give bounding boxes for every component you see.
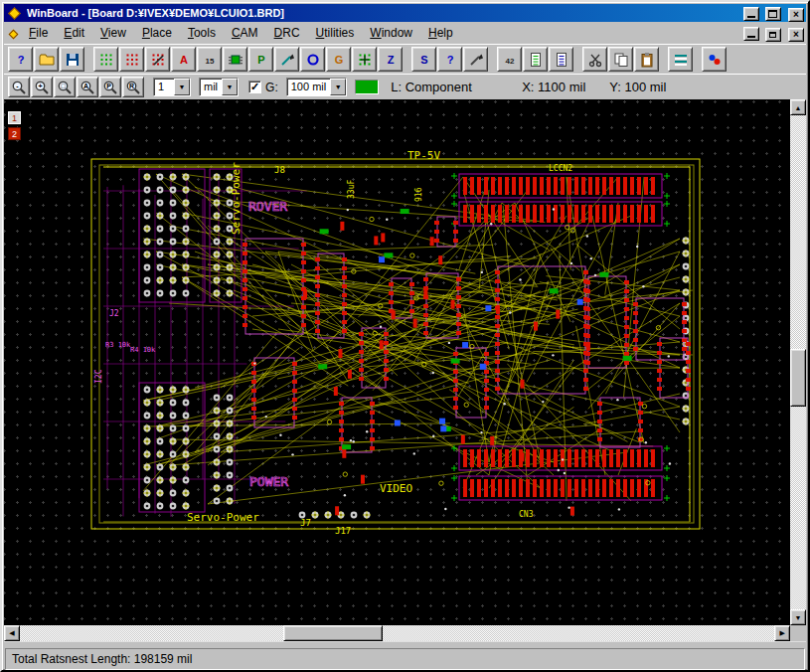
zoom-all-button[interactable]: A [77,77,98,97]
zoom-previous-button[interactable]: P [99,77,121,97]
grid-color-swatch[interactable] [355,80,379,94]
maximize-button[interactable] [765,7,781,21]
mdi-caption-buttons: × [742,24,804,42]
menu-cam[interactable]: CAM [224,23,266,43]
units-select[interactable]: mil ▼ [199,78,239,96]
glue-tool-button[interactable]: G [326,47,351,72]
board-canvas[interactable]: Servo-PowerJ8ROVERTP-5V33uF916LCCN2POWER… [4,99,794,625]
document-system-icon[interactable] [6,24,21,42]
menu-bar: FileEditViewPlaceToolsCAMDRCUtilitiesWin… [4,22,806,44]
query-button[interactable]: ? [437,47,462,72]
measure-button[interactable] [463,47,488,72]
netlist-icon [554,52,569,68]
menu-edit[interactable]: Edit [56,23,92,43]
menu-view[interactable]: View [92,23,134,43]
horizontal-scroll-track[interactable] [20,625,774,641]
route-smooth-icon: S [416,52,432,68]
place-via-icon [305,52,321,68]
grid-size-select[interactable]: 100 mil ▼ [286,78,347,96]
draw-wire-button[interactable] [274,47,299,72]
paste-button[interactable] [634,47,659,72]
scroll-up-button[interactable]: ▲ [790,99,806,115]
svg-text:42: 42 [505,57,514,66]
sheet-tab-2[interactable]: 2 [8,127,21,140]
menu-help[interactable]: Help [420,23,461,43]
board-label: J7 [300,518,311,528]
svg-text:A: A [83,83,88,89]
menu-place[interactable]: Place [134,23,180,43]
board-label: J17 [335,526,351,536]
help-button[interactable]: ? [8,47,33,72]
svg-text:Z: Z [387,54,394,66]
zoom-in-button[interactable]: + [31,77,53,97]
chevron-down-icon[interactable]: ▼ [330,79,346,95]
menu-drc[interactable]: DRC [266,23,308,43]
minimize-icon [747,16,755,18]
close-button[interactable]: × [788,8,804,22]
active-layer-label: L: Component [391,80,512,94]
horizontal-scroll-thumb[interactable] [283,625,383,641]
zoom-scale-select[interactable]: 1 ▼ [153,78,191,96]
menu-tools[interactable]: Tools [180,23,224,43]
zoom-out-button[interactable]: - [8,77,30,97]
scrollbar-corner [790,625,806,641]
menu-utilities[interactable]: Utilities [308,23,363,43]
vertical-scroll-track[interactable] [790,115,806,609]
zoom-out-icon: - [11,80,27,95]
copy-button[interactable] [608,47,633,72]
save-button[interactable] [60,47,84,72]
chevron-down-icon[interactable]: ▼ [222,79,238,95]
colors-button[interactable] [702,47,727,72]
netlist-button[interactable] [549,47,573,72]
mdi-minimize-button[interactable] [743,27,759,41]
place-component-button[interactable] [223,47,247,72]
mdi-restore-button[interactable] [765,28,781,42]
scroll-right-button[interactable]: ▶ [774,625,790,641]
mdi-restore-icon [769,32,776,38]
calculator-button[interactable]: 42 [497,47,522,72]
menu-window[interactable]: Window [362,23,420,43]
zoom-previous-icon: P [102,80,118,95]
place-pin-button[interactable]: P [248,47,273,72]
zoom-redraw-button[interactable]: R [122,77,144,97]
horizontal-scrollbar-row: ◀ ▶ [4,625,806,641]
zoom-window-icon: □ [57,80,73,95]
scroll-down-button[interactable]: ▼ [790,609,806,625]
board-label: 33uF [347,180,356,199]
report-icon [528,52,544,68]
horizontal-scrollbar[interactable]: ◀ ▶ [4,625,790,641]
add-grid-button[interactable] [352,47,377,72]
route-zigzag-button[interactable]: Z [378,47,403,72]
grid-edit-button[interactable] [145,47,170,72]
svg-text:?: ? [17,54,24,66]
open-button[interactable] [34,47,59,72]
zoom-window-button[interactable]: □ [54,77,76,97]
copy-icon [613,52,629,68]
chevron-down-icon[interactable]: ▼ [174,79,190,95]
cut-button[interactable] [582,47,607,72]
sheet-tab-1[interactable]: 1 [8,111,21,124]
grid-dots-button[interactable] [93,47,118,72]
caption-buttons: × [742,4,804,22]
add-grid-icon [357,52,373,68]
minimize-button[interactable] [743,7,759,21]
layer-stack-button[interactable] [668,47,693,72]
grid-checkbox[interactable]: ✓ [248,81,261,93]
svg-text:S: S [420,54,427,66]
text-tool-button[interactable]: A [171,47,196,72]
mdi-minimize-icon [747,36,755,38]
menu-file[interactable]: File [21,23,56,43]
vertical-scroll-thumb[interactable] [790,349,806,407]
vertical-scrollbar[interactable]: ▲ ▼ [790,99,806,625]
grid-toggle[interactable]: ✓ G: [248,81,278,94]
place-via-button[interactable] [300,47,325,72]
cut-icon [587,52,603,68]
angle-15-button[interactable]: 15 [197,47,222,72]
report-button[interactable] [523,47,548,72]
svg-text:P: P [257,54,264,66]
menu-items: FileEditViewPlaceToolsCAMDRCUtilitiesWin… [21,23,742,43]
grid-snap-button[interactable] [119,47,144,72]
scroll-left-button[interactable]: ◀ [4,625,20,641]
route-smooth-button[interactable]: S [411,47,436,72]
mdi-close-button[interactable]: × [788,28,804,42]
